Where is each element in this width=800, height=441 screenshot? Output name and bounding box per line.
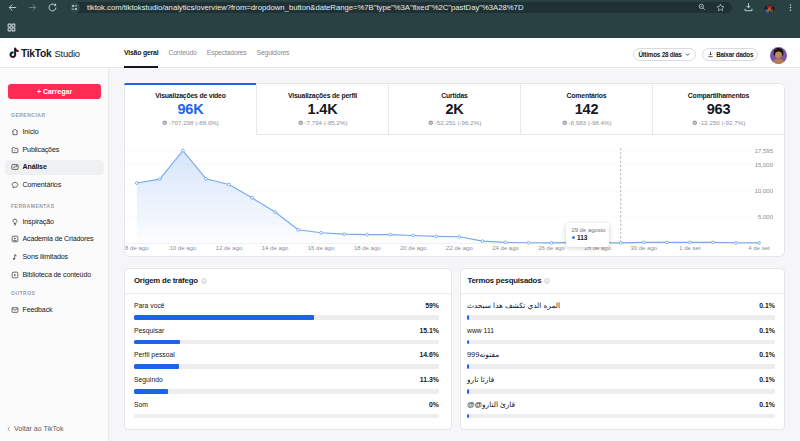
- sidebar-item-sons-ilimitados[interactable]: Sons ilimitados: [5, 249, 104, 264]
- bar-row-value: 59%: [425, 302, 439, 309]
- back-icon[interactable]: [7, 2, 18, 13]
- sidebar-item-inspiração[interactable]: Inspiração: [5, 214, 104, 229]
- stat-tab-curtidas[interactable]: Curtidas2K-52,251 (-96.2%): [389, 84, 521, 135]
- tab-seguidores[interactable]: Seguidores: [257, 38, 290, 68]
- bar-row-label: Seguindo: [134, 376, 163, 383]
- stat-delta-text: -52,251 (-96.2%): [435, 119, 481, 126]
- bar-row: قارئا تارو0.1%: [467, 368, 775, 393]
- star-icon[interactable]: [716, 3, 725, 12]
- site-settings-icon[interactable]: [69, 2, 80, 13]
- stat-tab-visualizações-de-perfil[interactable]: Visualizações de perfil1.4K-7,794 (-85.2…: [257, 84, 389, 135]
- info-icon[interactable]: [544, 278, 550, 284]
- sidebar-item-academia-de-criadores[interactable]: Academia de Criadores: [5, 232, 104, 247]
- sidebar-item-label: Início: [23, 128, 39, 136]
- decrease-icon: [428, 120, 434, 126]
- chart-tooltip: 29 de agosto 113: [566, 223, 609, 247]
- traffic-source-card: Origem de tráfego Para você59%Pesquisar1…: [124, 268, 452, 431]
- bar-row: قارئ التارو@@0.1%: [467, 393, 775, 418]
- stat-value: 2K: [389, 101, 520, 117]
- sidebar-item-feedback[interactable]: Feedback: [5, 303, 104, 318]
- sidebar-item-comentários[interactable]: Comentários: [5, 178, 104, 193]
- bar-row-label: مفتونه999: [467, 350, 499, 359]
- bar-track: [467, 414, 775, 419]
- upload-button[interactable]: + Carregar: [8, 84, 101, 99]
- data-point[interactable]: [642, 241, 645, 244]
- bar-fill: [467, 414, 469, 419]
- stat-delta: -52,251 (-96.2%): [389, 119, 520, 126]
- sidebar-item-biblioteca-de-conteúdo[interactable]: Biblioteca de conteúdo: [5, 267, 104, 282]
- sidebar: + Carregar GERENCIARInícioPublicaçõesAná…: [0, 68, 109, 441]
- data-point[interactable]: [228, 183, 231, 186]
- download-data-button[interactable]: Baixar dados: [702, 48, 758, 61]
- stat-delta: -707,298 (-88.0%): [125, 119, 256, 126]
- account-avatar[interactable]: [770, 47, 787, 64]
- data-point[interactable]: [158, 178, 161, 181]
- data-point[interactable]: [320, 231, 323, 234]
- search-terms-card: Termos pesquisados المره الذي تكشف هذا س…: [460, 268, 785, 431]
- bar-row-value: 0.1%: [759, 327, 775, 334]
- bar-row-value: 0.1%: [759, 351, 775, 358]
- data-point[interactable]: [688, 241, 691, 244]
- stat-tab-compartilhamentos[interactable]: Compartilhamentos963-12,250 (-92.7%): [653, 84, 784, 135]
- data-point[interactable]: [711, 241, 714, 244]
- data-point[interactable]: [665, 241, 668, 244]
- data-point[interactable]: [412, 234, 415, 237]
- browser-profile-avatar[interactable]: [764, 2, 775, 13]
- data-point[interactable]: [274, 211, 277, 214]
- data-point[interactable]: [135, 182, 138, 185]
- data-point[interactable]: [366, 233, 369, 236]
- y-tick-label: 17,595: [755, 148, 774, 154]
- tiktok-studio-logo[interactable]: TikTok Studio: [9, 46, 80, 60]
- y-tick-label: 5,000: [758, 214, 774, 220]
- sidebar-item-publicações[interactable]: Publicações: [5, 142, 104, 157]
- tab-espectadores[interactable]: Espectadores: [207, 38, 247, 68]
- data-point[interactable]: [251, 196, 254, 199]
- stat-delta: -12,250 (-92.7%): [653, 119, 784, 126]
- library-icon: [11, 271, 19, 279]
- data-point[interactable]: [735, 241, 738, 244]
- decrease-icon: [692, 120, 698, 126]
- tab-visão-geral[interactable]: Visão geral: [124, 38, 158, 68]
- back-to-tiktok-link[interactable]: Voltar ao TikTok: [6, 425, 63, 432]
- bar-row: Para você59%: [134, 294, 439, 319]
- url-bar[interactable]: tiktok.com/tiktokstudio/analytics/overvi…: [68, 2, 732, 13]
- line-chart[interactable]: 5,00010,00015,00017,5958 de ago10 de ago…: [125, 135, 784, 257]
- reload-icon[interactable]: [47, 2, 58, 13]
- forward-icon[interactable]: [27, 2, 38, 13]
- data-point[interactable]: [758, 241, 761, 244]
- data-point[interactable]: [458, 235, 461, 238]
- downloads-icon[interactable]: [743, 2, 754, 13]
- stat-tab-comentários[interactable]: Comentários142-8,983 (-98.4%): [521, 84, 653, 135]
- y-tick-label: 10,000: [755, 188, 774, 194]
- analytics-icon: [11, 163, 19, 171]
- menu-kebab-icon[interactable]: [786, 3, 795, 12]
- stat-delta-text: -707,298 (-88.0%): [169, 119, 219, 126]
- tab-conteúdo[interactable]: Conteúdo: [168, 38, 196, 68]
- sidebar-item-análise[interactable]: Análise: [5, 160, 104, 175]
- data-point[interactable]: [435, 235, 438, 238]
- sounds-icon: [11, 253, 19, 261]
- data-point[interactable]: [205, 177, 208, 180]
- data-point[interactable]: [481, 240, 484, 243]
- data-point[interactable]: [527, 241, 530, 244]
- zoom-out-icon[interactable]: [698, 3, 706, 11]
- info-icon[interactable]: [201, 278, 207, 284]
- page-header: TikTok Studio Visão geralConteúdoEspecta…: [0, 38, 800, 68]
- url-text[interactable]: tiktok.com/tiktokstudio/analytics/overvi…: [87, 2, 523, 13]
- data-point[interactable]: [389, 233, 392, 236]
- data-point[interactable]: [297, 228, 300, 231]
- apps-grid-icon[interactable]: [7, 23, 16, 32]
- stat-tab-visualizações-de-vídeo[interactable]: Visualizações de vídeo96K-707,298 (-88.0…: [125, 84, 257, 135]
- bar-track: [134, 414, 439, 419]
- data-point[interactable]: [619, 242, 622, 245]
- data-point[interactable]: [504, 241, 507, 244]
- stat-label: Visualizações de vídeo: [125, 92, 256, 99]
- feedback-icon: [11, 306, 19, 314]
- data-point[interactable]: [343, 233, 346, 236]
- data-point[interactable]: [550, 241, 553, 244]
- sidebar-item-início[interactable]: Início: [5, 125, 104, 140]
- sidebar-item-label: Análise: [23, 163, 47, 171]
- main-tabs: Visão geralConteúdoEspectadoresSeguidore…: [124, 38, 299, 68]
- data-point[interactable]: [181, 149, 184, 152]
- date-range-button[interactable]: Últimos 28 dias: [633, 48, 696, 61]
